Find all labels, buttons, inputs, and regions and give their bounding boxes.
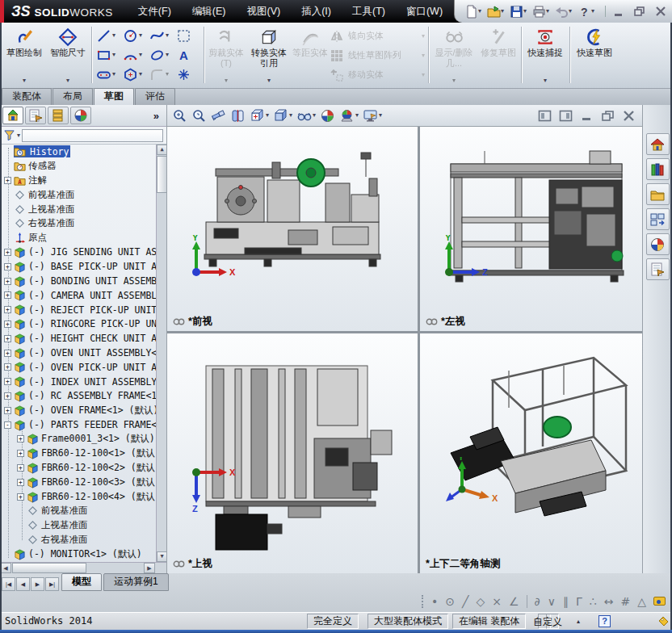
close-window-icon[interactable] bbox=[654, 6, 667, 17]
scroll-up-icon[interactable]: ▲ bbox=[157, 145, 166, 155]
tree-item-content[interactable]: (-) JIG SENDING UNIT ASS bbox=[14, 246, 162, 258]
new-document-button[interactable]: ▾ bbox=[463, 2, 483, 20]
tree-item-content[interactable]: (-) PARTS FEEDER FRAME<1 bbox=[14, 419, 162, 431]
polygon-tool-button[interactable]: ▾ bbox=[121, 67, 148, 82]
scroll-down-icon[interactable]: ▼ bbox=[157, 551, 166, 562]
dropdown-caret-icon[interactable]: ▾ bbox=[422, 52, 425, 59]
display-delete-relations-button[interactable]: 显示/删除几... ▾ bbox=[431, 24, 477, 86]
scrollbar-thumb[interactable] bbox=[157, 156, 166, 193]
dropdown-caret-icon[interactable]: ▾ bbox=[523, 8, 527, 15]
fillet-tool-button[interactable]: ▾ bbox=[148, 67, 174, 82]
tree-item[interactable]: +(-) HEIGHT CHECK UNIT AS bbox=[0, 331, 166, 346]
tree-item[interactable]: +A注解 bbox=[0, 174, 166, 188]
design-library-button[interactable] bbox=[646, 158, 670, 180]
displaymanager-tab[interactable] bbox=[70, 107, 91, 124]
menu-file[interactable]: 文件(F) bbox=[128, 0, 182, 23]
tree-filter-input[interactable] bbox=[22, 129, 163, 142]
file-explorer-button[interactable] bbox=[646, 183, 670, 205]
dropdown-caret-icon[interactable]: ▾ bbox=[267, 78, 271, 86]
polygon-snap-icon[interactable]: ◇ bbox=[476, 595, 485, 608]
tab-layout[interactable]: 布局 bbox=[52, 88, 93, 105]
tree-item-content[interactable]: (-) MONITOR<1> (默认) bbox=[14, 548, 142, 560]
open-button[interactable]: ▾ bbox=[485, 2, 506, 20]
resources-home-button[interactable] bbox=[646, 133, 670, 155]
tree-item-content[interactable]: 前视基准面 bbox=[27, 505, 88, 517]
expand-plus-icon[interactable]: + bbox=[4, 335, 11, 342]
menu-view[interactable]: 视图(V) bbox=[237, 0, 292, 23]
dropdown-caret-icon[interactable]: ▾ bbox=[546, 8, 549, 15]
grid-snap-icon[interactable]: # bbox=[620, 595, 630, 608]
first-tab-button[interactable]: |◀ bbox=[2, 577, 15, 591]
tree-item[interactable]: +FBR60-12-100<2> (默认) bbox=[0, 461, 166, 476]
perpendicular-snap-icon[interactable]: Γ bbox=[576, 595, 582, 608]
dropdown-caret-icon[interactable]: ▾ bbox=[112, 32, 116, 39]
tree-item[interactable]: +(-) RINGCORE PICK-UP UNI bbox=[0, 317, 166, 332]
dropdown-caret-icon[interactable]: ▾ bbox=[544, 78, 547, 86]
propertymanager-tab[interactable] bbox=[25, 107, 46, 124]
collapse-minus-icon[interactable]: - bbox=[4, 421, 11, 429]
close-doc-icon[interactable] bbox=[622, 110, 636, 122]
rectangle-tool-button[interactable]: ▾ bbox=[94, 48, 121, 63]
tree-item[interactable]: 上视基准面 bbox=[0, 202, 166, 216]
expand-plus-icon[interactable]: + bbox=[4, 291, 11, 299]
undo-button[interactable]: ▾ bbox=[553, 2, 573, 20]
expand-plus-icon[interactable]: + bbox=[17, 450, 24, 457]
zoom-fit-button[interactable] bbox=[171, 107, 188, 124]
scroll-left-icon[interactable]: ◀ bbox=[0, 563, 11, 573]
tree-item[interactable]: +Frame0001_3<1> (默认) bbox=[0, 432, 166, 446]
tree-item[interactable]: +(-) JIG SENDING UNIT ASS bbox=[0, 245, 166, 260]
tree-item-content[interactable]: FBR60-12-100<4> (默认) bbox=[27, 491, 161, 503]
lasso-select-tool-button[interactable] bbox=[174, 28, 201, 44]
dropdown-caret-icon[interactable]: ▾ bbox=[266, 112, 269, 119]
expand-plus-icon[interactable]: + bbox=[17, 464, 24, 472]
tree-item-content[interactable]: (-) OVEN FRAME<1> (默认) bbox=[14, 405, 158, 417]
repair-sketch-button[interactable]: 修复草图 bbox=[478, 24, 519, 86]
dropdown-caret-icon[interactable]: ▾ bbox=[23, 78, 26, 86]
tree-item[interactable]: 上视基准面 bbox=[0, 518, 166, 533]
tree-item-content[interactable]: 右视基准面 bbox=[14, 217, 75, 229]
previous-view-button[interactable] bbox=[210, 107, 227, 124]
slot-tool-button[interactable]: ▾ bbox=[94, 67, 121, 82]
expand-plus-icon[interactable]: + bbox=[4, 306, 11, 313]
tree-item[interactable]: +(-) BASE PICK-UP UNIT AS bbox=[0, 259, 166, 274]
custom-units-dropdown[interactable]: 自定义 bbox=[533, 615, 562, 629]
featuremanager-tree-tab[interactable] bbox=[2, 107, 23, 124]
configurationmanager-tab[interactable] bbox=[48, 107, 69, 124]
dropdown-caret-icon[interactable]: ▾ bbox=[478, 8, 481, 15]
appearances-scenes-button[interactable] bbox=[646, 233, 670, 255]
restore-doc-icon[interactable] bbox=[601, 110, 615, 122]
expand-plus-icon[interactable]: + bbox=[4, 263, 11, 270]
snap-options-icon[interactable] bbox=[653, 597, 666, 606]
tree-item-content[interactable]: (-) OVEN UNIT ASSEMBLY<1 bbox=[14, 347, 162, 359]
dropdown-caret-icon[interactable]: ▾ bbox=[66, 78, 69, 86]
tree-item-content[interactable]: (-) CAMERA UNIT ASSEMBLY bbox=[14, 289, 162, 301]
tree-item[interactable]: +(-) OVEN FRAME<1> (默认) bbox=[0, 403, 166, 417]
next-tab-button[interactable]: ▶ bbox=[31, 577, 44, 591]
tab-evaluate[interactable]: 评估 bbox=[135, 88, 175, 105]
tree-item[interactable]: 前视基准面 bbox=[0, 504, 166, 518]
menu-edit[interactable]: 编辑(E) bbox=[182, 0, 237, 23]
arc-tool-button[interactable]: ▾ bbox=[121, 48, 148, 63]
tree-item[interactable]: +(-) REJECT PICK-UP UNIT bbox=[0, 303, 166, 317]
offset-entities-button[interactable]: 等距实体 bbox=[292, 24, 329, 86]
dropdown-caret-icon[interactable]: ▾ bbox=[569, 8, 572, 15]
rapid-sketch-button[interactable]: 快速草图 bbox=[573, 24, 616, 86]
point-filter-icon[interactable]: • bbox=[431, 595, 438, 608]
tree-item[interactable]: (-) MONITOR<1> (默认) bbox=[0, 547, 166, 561]
tree-item-content[interactable]: (-) BASE PICK-UP UNIT AS bbox=[14, 261, 162, 273]
tree-item-content[interactable]: (-) OVEN PICK-UP UNIT AS bbox=[14, 361, 162, 373]
expand-plus-icon[interactable]: + bbox=[4, 392, 11, 400]
angle-snap-icon[interactable]: ∠ bbox=[509, 595, 519, 608]
view-settings-button[interactable]: ▾ bbox=[362, 107, 383, 124]
tree-item[interactable]: +FBR60-12-100<1> (默认) bbox=[0, 446, 166, 461]
tree-item-content[interactable]: (-) RINGCORE PICK-UP UNI bbox=[14, 318, 162, 330]
tree-item-content[interactable]: A注解 bbox=[14, 174, 47, 187]
tree-item[interactable]: +(-) BONDING UNIT ASSEMBL bbox=[0, 274, 166, 288]
tree-item-content[interactable]: FBR60-12-100<1> (默认) bbox=[27, 447, 161, 459]
center-point-snap-icon[interactable]: ⊙ bbox=[445, 595, 455, 608]
text-tool-button[interactable]: A bbox=[174, 48, 201, 63]
tree-item-content[interactable]: (-) INDEX UNIT ASSEMBLY bbox=[14, 375, 157, 388]
expand-plus-icon[interactable]: + bbox=[4, 177, 11, 184]
menu-tools[interactable]: 工具(T) bbox=[342, 0, 396, 23]
view-palette-button[interactable] bbox=[646, 208, 670, 230]
